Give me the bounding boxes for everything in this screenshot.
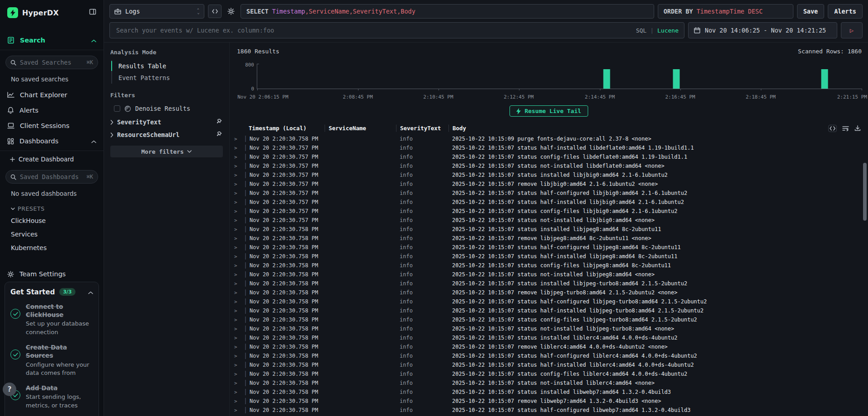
table-row[interactable]: > Nov 20 2:20:30.758 PM info 2025-10-22 … — [234, 406, 868, 415]
denoise-checkbox[interactable] — [114, 105, 120, 112]
table-row[interactable]: > Nov 20 2:20:30.758 PM info 2025-10-22 … — [234, 225, 868, 234]
sidebar-item-search[interactable]: Search — [0, 33, 104, 48]
row-expand-icon: > — [234, 136, 245, 142]
events-histogram[interactable]: 800 0 Nov 20 2:06:15 PM2:08:45 PM2:10:45… — [237, 62, 862, 100]
table-row[interactable]: > Nov 20 2:20:30.758 PM info 2025-10-22 … — [234, 324, 868, 333]
chevron-up-icon[interactable] — [91, 137, 96, 145]
col-severitytext[interactable]: SeverityText — [396, 125, 448, 132]
table-row[interactable]: > Nov 20 2:20:30.758 PM info 2025-10-22 … — [234, 360, 868, 369]
get-started-item[interactable]: Add Data Start sending logs, metrics, or… — [10, 384, 93, 410]
table-row[interactable]: > Nov 20 2:20:30.758 PM info 2025-10-22 … — [234, 397, 868, 406]
table-row[interactable]: > Nov 20 2:20:30.758 PM info 2025-10-22 … — [234, 342, 868, 351]
table-row[interactable]: > Nov 20 2:20:30.758 PM info 2025-10-22 … — [234, 306, 868, 315]
get-started-item[interactable]: Connect to ClickHouse Set up your databa… — [10, 303, 93, 337]
row-expand-icon: > — [234, 163, 245, 169]
mode-results-table[interactable]: Results Table — [112, 60, 223, 72]
alerts-button[interactable]: Alerts — [828, 4, 863, 19]
table-row[interactable]: > Nov 20 2:20:30.758 PM info 2025-10-22 … — [234, 261, 868, 270]
wrap-lines-button[interactable] — [842, 126, 849, 131]
table-row[interactable]: > Nov 20 2:20:30.758 PM info 2025-10-22 … — [234, 297, 868, 306]
preset-item[interactable]: ClickHouse — [0, 214, 104, 227]
preset-item[interactable]: Services — [0, 227, 104, 241]
pin-icon[interactable] — [216, 118, 222, 126]
table-row[interactable]: > Nov 20 2:20:30.758 PM info 2025-10-22 … — [234, 234, 868, 243]
more-filters-button[interactable]: More filters — [110, 146, 223, 157]
row-expand-icon: > — [234, 335, 245, 341]
filter-group-severitytext[interactable]: SeverityText — [110, 114, 223, 127]
col-servicename[interactable]: ServiceName — [325, 125, 396, 132]
filter-group-resourceschemaurl[interactable]: ResourceSchemaUrl — [110, 127, 223, 139]
table-row[interactable]: > Nov 20 2:20:30.758 PM info 2025-10-22 … — [234, 252, 868, 261]
table-row[interactable]: > Nov 20 2:20:30.758 PM info 2025-10-22 … — [234, 351, 868, 360]
help-button[interactable]: ? — [3, 383, 16, 396]
mode-event-patterns[interactable]: Event Patterns — [112, 72, 223, 84]
sidebar-item-alerts[interactable]: Alerts — [0, 103, 104, 118]
table-row[interactable]: > Nov 20 2:20:30.758 PM info 2025-10-22 … — [234, 270, 868, 279]
sidebar-item-client-sessions[interactable]: Client Sessions — [0, 118, 104, 133]
table-row[interactable]: > Nov 20 2:20:30.758 PM info 2025-10-22 … — [234, 315, 868, 324]
histogram-bar[interactable] — [603, 69, 610, 89]
sidebar-item-dashboards[interactable]: Dashboards — [0, 133, 104, 149]
saved-searches-input[interactable]: Saved Searches ⌘K — [5, 56, 98, 69]
table-row[interactable]: > Nov 20 2:20:30.758 PM info 2025-10-22 … — [234, 369, 868, 378]
analysis-mode-label: Analysis Mode — [110, 49, 223, 56]
results-area: 1860 Results Scanned Rows: 1860 800 0 No… — [230, 43, 868, 416]
scrollbar-thumb[interactable] — [863, 163, 867, 221]
presets-toggle[interactable]: PRESETS — [0, 202, 104, 214]
row-expand-icon: > — [234, 199, 245, 205]
row-expand-icon: > — [234, 317, 245, 323]
table-row[interactable]: > Nov 20 2:20:30.757 PM info 2025-10-22 … — [234, 189, 868, 198]
table-row[interactable]: > Nov 20 2:20:30.757 PM info 2025-10-22 … — [234, 161, 868, 170]
table-row[interactable]: > Nov 20 2:20:30.757 PM info 2025-10-22 … — [234, 152, 868, 161]
table-row[interactable]: > Nov 20 2:20:30.757 PM info 2025-10-22 … — [234, 180, 868, 189]
histogram-bar[interactable] — [673, 69, 679, 89]
get-started-item[interactable]: Create Data Sources Configure where your… — [10, 343, 93, 378]
brand: HyperDX — [7, 7, 59, 18]
lang-sql-option[interactable]: SQL — [636, 27, 646, 34]
table-row[interactable]: > Nov 20 2:20:30.758 PM info 2025-10-22 … — [234, 388, 868, 397]
sidebar-item-team-settings[interactable]: Team Settings — [0, 266, 104, 282]
orderby-input[interactable]: ORDER BYTimestampTime DESC — [658, 4, 793, 19]
daterange-picker[interactable]: Nov 20 14:06:25 - Nov 20 14:21:25 — [688, 22, 837, 38]
table-scrollbar[interactable] — [863, 147, 867, 415]
table-row[interactable]: > Nov 20 2:20:30.758 PM info 2025-10-22 … — [234, 134, 868, 143]
table-row[interactable]: > Nov 20 2:20:30.757 PM info 2025-10-22 … — [234, 170, 868, 180]
table-row[interactable]: > Nov 20 2:20:30.758 PM info 2025-10-22 … — [234, 378, 868, 388]
create-dashboard-button[interactable]: Create Dashboard — [0, 151, 104, 165]
table-row[interactable]: > Nov 20 2:20:30.757 PM info 2025-10-22 … — [234, 216, 868, 225]
lang-lucene-option[interactable]: Lucene — [657, 27, 679, 34]
query-settings-button[interactable] — [225, 4, 237, 19]
saved-dashboards-input[interactable]: Saved Dashboards ⌘K — [5, 170, 98, 184]
table-row[interactable]: > Nov 20 2:20:30.758 PM info 2025-10-22 … — [234, 243, 868, 252]
save-button[interactable]: Save — [797, 4, 825, 19]
table-row[interactable]: > Nov 20 2:20:30.758 PM info 2025-10-22 … — [234, 288, 868, 297]
col-timestamp[interactable]: Timestamp (Local) — [245, 125, 325, 132]
pin-icon[interactable] — [216, 131, 222, 138]
table-row[interactable]: > Nov 20 2:20:30.757 PM info 2025-10-22 … — [234, 143, 868, 152]
row-expand-icon: > — [234, 299, 245, 305]
table-row[interactable]: > Nov 20 2:20:30.757 PM info 2025-10-22 … — [234, 198, 868, 207]
table-row[interactable]: > Nov 20 2:20:30.757 PM info 2025-10-22 … — [234, 207, 868, 216]
sidebar-item-chart-explorer[interactable]: Chart Explorer — [0, 87, 104, 103]
run-query-button[interactable]: ▷ — [841, 22, 863, 38]
event-search-input[interactable] — [115, 26, 632, 34]
sidebar-collapse-icon[interactable] — [89, 8, 96, 17]
histogram-bar[interactable] — [821, 69, 828, 89]
download-button[interactable] — [854, 125, 861, 131]
chevron-up-icon[interactable] — [91, 37, 96, 44]
resume-live-tail-button[interactable]: Resume Live Tail — [509, 105, 588, 117]
source-select[interactable]: Logs ⌃⌃ — [109, 4, 204, 19]
row-expand-icon: > — [234, 145, 245, 151]
preset-item[interactable]: Kubernetes — [0, 241, 104, 255]
calendar-icon — [694, 27, 700, 33]
table-row[interactable]: > Nov 20 2:20:30.758 PM info 2025-10-22 … — [234, 333, 868, 342]
col-body[interactable]: Body — [448, 125, 868, 132]
view-source-button[interactable] — [828, 125, 837, 132]
chevron-up-icon[interactable] — [88, 288, 93, 296]
table-row[interactable]: > Nov 20 2:20:30.758 PM info 2025-10-22 … — [234, 279, 868, 288]
denoise-icon — [124, 105, 131, 112]
denoise-results-option[interactable]: Denoise Results — [110, 103, 223, 114]
select-query-input[interactable]: SELECTTimestamp,ServiceName,SeverityText… — [241, 4, 654, 19]
code-view-button[interactable] — [208, 5, 222, 18]
row-expand-icon: > — [234, 217, 245, 223]
